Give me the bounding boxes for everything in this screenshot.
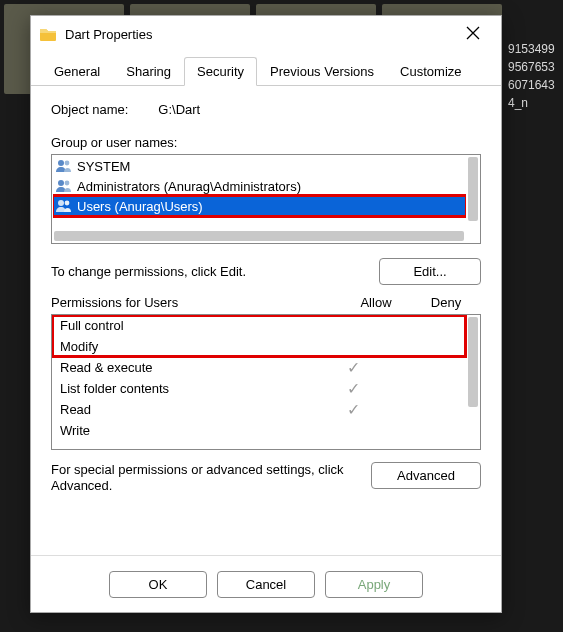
svg-point-4 bbox=[58, 200, 64, 206]
security-tab-content: Object name: G:\Dart Group or user names… bbox=[31, 86, 501, 555]
change-permissions-hint: To change permissions, click Edit. bbox=[51, 264, 246, 279]
list-item-label: Users (Anurag\Users) bbox=[77, 199, 203, 214]
users-icon bbox=[55, 199, 73, 213]
allow-check: ✓ bbox=[318, 358, 388, 377]
list-item-label: Administrators (Anurag\Administrators) bbox=[77, 179, 301, 194]
list-item-label: SYSTEM bbox=[77, 159, 130, 174]
titlebar: Dart Properties bbox=[31, 16, 501, 52]
users-icon bbox=[55, 159, 73, 173]
permission-row: Write bbox=[52, 420, 466, 441]
list-item[interactable]: Administrators (Anurag\Administrators) bbox=[53, 176, 466, 196]
tab-previous-versions[interactable]: Previous Versions bbox=[257, 57, 387, 86]
group-user-listbox[interactable]: SYSTEM Administrators (Anurag\Administra… bbox=[51, 154, 481, 244]
tab-security[interactable]: Security bbox=[184, 57, 257, 86]
properties-dialog: Dart Properties General Sharing Security… bbox=[30, 15, 502, 613]
object-name-value: G:\Dart bbox=[158, 102, 200, 117]
permissions-header: Permissions for Users Allow Deny bbox=[51, 295, 481, 310]
dialog-footer: OK Cancel Apply bbox=[31, 555, 501, 612]
permission-name: Modify bbox=[60, 339, 318, 354]
permission-name: Read bbox=[60, 402, 318, 417]
object-name-label: Object name: bbox=[51, 102, 128, 117]
permission-name: Read & execute bbox=[60, 360, 318, 375]
allow-check: ✓ bbox=[318, 379, 388, 398]
permission-row: Modify bbox=[52, 336, 466, 357]
svg-point-3 bbox=[65, 181, 70, 186]
svg-point-1 bbox=[65, 161, 70, 166]
window-title: Dart Properties bbox=[65, 27, 445, 42]
tab-customize[interactable]: Customize bbox=[387, 57, 474, 86]
tab-general[interactable]: General bbox=[41, 57, 113, 86]
permission-row: Full control bbox=[52, 315, 466, 336]
scrollbar-horizontal[interactable] bbox=[54, 231, 464, 241]
users-icon bbox=[55, 179, 73, 193]
advanced-hint: For special permissions or advanced sett… bbox=[51, 462, 361, 494]
svg-point-2 bbox=[58, 180, 64, 186]
cancel-button[interactable]: Cancel bbox=[217, 571, 315, 598]
permission-name: Write bbox=[60, 423, 318, 438]
allow-check: ✓ bbox=[318, 400, 388, 419]
permission-row: Read & execute ✓ bbox=[52, 357, 466, 378]
apply-button[interactable]: Apply bbox=[325, 571, 423, 598]
allow-column-label: Allow bbox=[341, 295, 411, 310]
permissions-listbox[interactable]: Full control Modify Read & execute ✓ bbox=[51, 314, 481, 450]
deny-column-label: Deny bbox=[411, 295, 481, 310]
group-user-label: Group or user names: bbox=[51, 135, 481, 150]
permission-name: Full control bbox=[60, 318, 318, 333]
svg-point-5 bbox=[65, 201, 70, 206]
folder-icon bbox=[39, 26, 57, 42]
svg-point-0 bbox=[58, 160, 64, 166]
scrollbar-vertical[interactable] bbox=[468, 317, 478, 447]
ok-button[interactable]: OK bbox=[109, 571, 207, 598]
tabs-bar: General Sharing Security Previous Versio… bbox=[31, 56, 501, 86]
permissions-for-label: Permissions for Users bbox=[51, 295, 341, 310]
tab-sharing[interactable]: Sharing bbox=[113, 57, 184, 86]
bg-filenames: 9153499 9567653 6071643 4_n bbox=[508, 40, 563, 112]
list-item[interactable]: SYSTEM bbox=[53, 156, 466, 176]
permission-name: List folder contents bbox=[60, 381, 318, 396]
edit-button[interactable]: Edit... bbox=[379, 258, 481, 285]
advanced-button[interactable]: Advanced bbox=[371, 462, 481, 489]
close-button[interactable] bbox=[453, 26, 493, 43]
scrollbar-vertical[interactable] bbox=[468, 157, 478, 221]
permission-row: List folder contents ✓ bbox=[52, 378, 466, 399]
list-item-selected[interactable]: Users (Anurag\Users) bbox=[53, 196, 466, 216]
permission-row: Read ✓ bbox=[52, 399, 466, 420]
